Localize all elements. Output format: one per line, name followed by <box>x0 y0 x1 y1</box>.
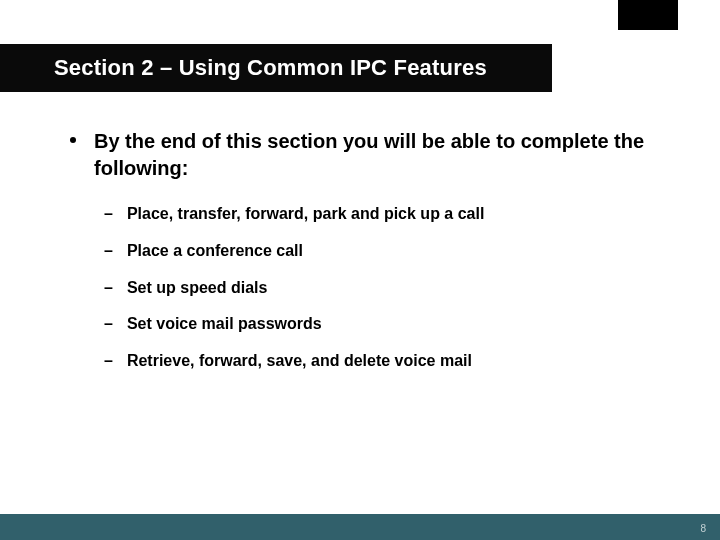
title-bar: Section 2 – Using Common IPC Features <box>0 44 552 92</box>
list-item-text: Place, transfer, forward, park and pick … <box>127 204 484 225</box>
list-item: – Place a conference call <box>104 241 660 262</box>
list-item: – Retrieve, forward, save, and delete vo… <box>104 351 660 372</box>
list-item: – Place, transfer, forward, park and pic… <box>104 204 660 225</box>
lead-bullet-row: By the end of this section you will be a… <box>70 128 660 182</box>
bullet-icon <box>70 137 76 143</box>
list-item: – Set voice mail passwords <box>104 314 660 335</box>
slide-body: By the end of this section you will be a… <box>70 128 660 388</box>
page-number: 8 <box>700 523 706 534</box>
list-item-text: Place a conference call <box>127 241 303 262</box>
list-item-text: Retrieve, forward, save, and delete voic… <box>127 351 472 372</box>
list-item: – Set up speed dials <box>104 278 660 299</box>
dash-icon: – <box>104 314 113 335</box>
list-item-text: Set up speed dials <box>127 278 267 299</box>
dash-icon: – <box>104 204 113 225</box>
lead-text: By the end of this section you will be a… <box>94 128 660 182</box>
footer-bar: 8 <box>0 514 720 540</box>
list-item-text: Set voice mail passwords <box>127 314 322 335</box>
slide-title: Section 2 – Using Common IPC Features <box>0 55 487 81</box>
dash-icon: – <box>104 278 113 299</box>
dash-icon: – <box>104 241 113 262</box>
corner-accent <box>618 0 678 30</box>
sub-list: – Place, transfer, forward, park and pic… <box>104 204 660 372</box>
dash-icon: – <box>104 351 113 372</box>
